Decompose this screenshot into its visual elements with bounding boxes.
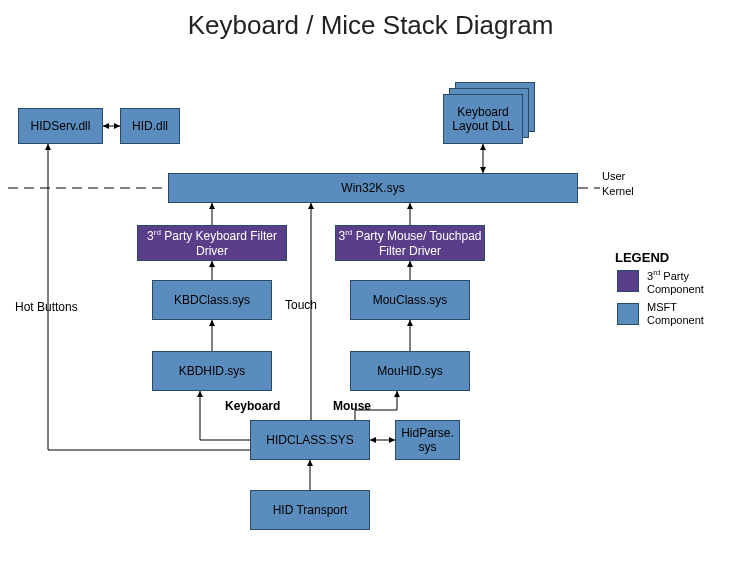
keyboard-label: Keyboard xyxy=(225,399,280,413)
win32k-label: Win32K.sys xyxy=(341,181,404,195)
kbd-filter-box: 3rd Party Keyboard Filter Driver xyxy=(137,225,287,261)
kbdhid-box: KBDHID.sys xyxy=(152,351,272,391)
hidserv-label: HIDServ.dll xyxy=(31,119,91,133)
hidclass-label: HIDCLASS.SYS xyxy=(266,433,353,447)
hidparse-label: HidParse. sys xyxy=(398,426,457,455)
legend-title: LEGEND xyxy=(615,250,669,265)
kbd-layout-dll-label: Keyboard Layout DLL xyxy=(446,105,520,134)
hidtransport-label: HID Transport xyxy=(273,503,348,517)
kbdclass-box: KBDClass.sys xyxy=(152,280,272,320)
hidparse-box: HidParse. sys xyxy=(395,420,460,460)
kbd-filter-label: 3rd Party Keyboard Filter Driver xyxy=(140,228,284,258)
win32k-box: Win32K.sys xyxy=(168,173,578,203)
legend-msft-swatch xyxy=(617,303,639,325)
hiddll-label: HID.dll xyxy=(132,119,168,133)
legend-third-label: 3rd Party Component xyxy=(647,268,727,296)
user-label: User xyxy=(602,170,625,182)
kbd-layout-dll-box: Keyboard Layout DLL xyxy=(443,94,523,144)
hidtransport-box: HID Transport xyxy=(250,490,370,530)
hidclass-box: HIDCLASS.SYS xyxy=(250,420,370,460)
mouse-filter-label: 3rd Party Mouse/ Touchpad Filter Driver xyxy=(338,228,482,258)
kernel-label: Kernel xyxy=(602,185,634,197)
kbdclass-label: KBDClass.sys xyxy=(174,293,250,307)
hot-buttons-label: Hot Buttons xyxy=(15,300,78,314)
mouclass-box: MouClass.sys xyxy=(350,280,470,320)
mouse-label: Mouse xyxy=(333,399,371,413)
hiddll-box: HID.dll xyxy=(120,108,180,144)
mouse-filter-box: 3rd Party Mouse/ Touchpad Filter Driver xyxy=(335,225,485,261)
diagram-title: Keyboard / Mice Stack Diagram xyxy=(0,10,741,41)
mouclass-label: MouClass.sys xyxy=(373,293,448,307)
hidserv-box: HIDServ.dll xyxy=(18,108,103,144)
legend-msft-label: MSFT Component xyxy=(647,301,727,327)
touch-label: Touch xyxy=(285,298,317,312)
legend-third-swatch xyxy=(617,270,639,292)
kbdhid-label: KBDHID.sys xyxy=(179,364,246,378)
mouhid-label: MouHID.sys xyxy=(377,364,442,378)
mouhid-box: MouHID.sys xyxy=(350,351,470,391)
